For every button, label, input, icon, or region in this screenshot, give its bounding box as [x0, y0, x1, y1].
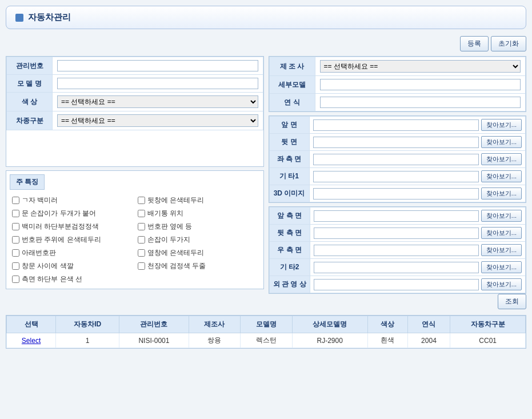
- feature-check-2[interactable]: [138, 197, 145, 204]
- value-right-side: 찾아보기...: [310, 242, 525, 259]
- other1-browse-btn[interactable]: 찾아보기...: [481, 170, 522, 182]
- img-row-left: 좌 측 면 찾아보기...: [269, 151, 526, 168]
- cartype-select[interactable]: == 선택하세요 ==: [57, 114, 258, 127]
- feature-check-3[interactable]: [12, 210, 19, 217]
- left-browse-btn[interactable]: 찾아보기...: [481, 153, 522, 165]
- feature-item-3: 문 손잡이가 두개가 붙어: [12, 207, 132, 220]
- form-row-model: 모 델 명: [7, 75, 263, 93]
- label-color: 색 상: [7, 93, 53, 111]
- front-img-input[interactable]: [313, 119, 479, 131]
- feature-check-10[interactable]: [138, 249, 145, 257]
- front-side-img-input[interactable]: [314, 210, 479, 222]
- col-color: 색상: [367, 316, 407, 333]
- bottom-toolbar: 조회: [6, 294, 526, 309]
- back-side-browse-btn[interactable]: 찾아보기...: [481, 227, 522, 239]
- feature-check-7[interactable]: [12, 236, 19, 244]
- feature-item-12: 천장에 검정색 두줄: [138, 260, 258, 272]
- mgmt-no-input[interactable]: [57, 60, 258, 71]
- value-color: == 선택하세요 ==: [53, 93, 263, 111]
- value-mgmt: [53, 57, 263, 75]
- front-side-browse-btn[interactable]: 찾아보기...: [481, 210, 522, 222]
- label-cartype: 차종구분: [7, 111, 53, 130]
- feature-check-9[interactable]: [12, 249, 19, 257]
- feature-label-2: 뒷창에 은색테두리: [147, 195, 204, 205]
- col-select: 선택: [7, 316, 56, 333]
- page-title: 자동차관리: [28, 12, 71, 23]
- feature-label-4: 배기통 위치: [147, 209, 183, 218]
- label-other1: 기 타1: [269, 168, 309, 185]
- select-link[interactable]: Select: [22, 337, 41, 345]
- results-table: 선택 자동차ID 관리번호 제조사 모델명 상세모델명 색상 연식 자동차구분 …: [6, 316, 526, 348]
- page-wrapper: 자동차관리 등록 초기화 관리번호 모 델 명: [0, 0, 532, 419]
- other2-img-input[interactable]: [314, 262, 479, 273]
- form-row-color: 색 상 == 선택하세요 ==: [7, 93, 263, 111]
- feature-label-3: 문 손잡이가 두개가 붙어: [22, 209, 96, 218]
- feature-item-2: 뒷창에 은색테두리: [138, 194, 258, 206]
- value-exterior-video: 찾아보기...: [310, 276, 525, 293]
- cell-model: 렉스턴: [241, 333, 293, 348]
- reset-button[interactable]: 초기화: [491, 36, 526, 51]
- feature-check-4[interactable]: [138, 210, 145, 217]
- feature-check-11[interactable]: [12, 262, 19, 270]
- right-side-img-input[interactable]: [314, 245, 479, 256]
- manufacturer-select[interactable]: == 선택하세요 ==: [320, 60, 521, 73]
- 3d-img-input[interactable]: [313, 188, 479, 199]
- table-row: Select 1 NISI-0001 쌍용 렉스턴 RJ-2900 흰색 200…: [7, 333, 526, 348]
- img-row-other2: 기 타2 찾아보기...: [269, 259, 526, 276]
- feature-label-10: 옆창에 은색테두리: [147, 248, 204, 258]
- label-back-side: 뒷 측 면: [269, 225, 310, 242]
- value-left: 찾아보기...: [309, 151, 526, 168]
- feature-check-12[interactable]: [138, 262, 145, 270]
- img-row-exterior-video: 외 관 영 상 찾아보기...: [269, 276, 526, 293]
- results-body: Select 1 NISI-0001 쌍용 렉스턴 RJ-2900 흰색 200…: [7, 333, 526, 348]
- cell-car-type: CC01: [450, 333, 526, 348]
- back-side-img-input[interactable]: [314, 228, 479, 239]
- feature-item-13: 측면 하단부 은색 선: [12, 273, 132, 285]
- value-front: 찾아보기...: [309, 117, 526, 134]
- value-other1: 찾아보기...: [309, 168, 526, 185]
- feature-item-10: 옆창에 은색테두리: [138, 247, 258, 259]
- col-year: 연식: [407, 316, 450, 333]
- feature-check-13[interactable]: [12, 276, 19, 283]
- feature-label-7: 번호판 주위에 은색테두리: [22, 235, 101, 245]
- value-other2: 찾아보기...: [310, 259, 525, 276]
- value-cartype: == 선택하세요 ==: [53, 111, 263, 130]
- feature-item-14: [138, 273, 258, 285]
- feature-label-9: 아래번호판: [22, 248, 56, 258]
- value-3d: 찾아보기...: [309, 185, 526, 202]
- label-mgmt: 관리번호: [7, 57, 53, 75]
- back-img-input[interactable]: [313, 137, 479, 148]
- left-img-input[interactable]: [313, 154, 479, 165]
- model-input[interactable]: [57, 78, 258, 89]
- exterior-video-input[interactable]: [314, 279, 479, 290]
- cell-mgmt-no: NISI-0001: [119, 333, 189, 348]
- year-input[interactable]: [320, 97, 521, 108]
- search-button[interactable]: 조회: [498, 294, 526, 309]
- exterior-video-browse-btn[interactable]: 찾아보기...: [481, 278, 522, 290]
- 3d-browse-btn[interactable]: 찾아보기...: [481, 187, 522, 199]
- feature-check-1[interactable]: [12, 197, 19, 204]
- feature-item-9: 아래번호판: [12, 247, 132, 259]
- images-bottom-table: 앞 측 면 찾아보기... 뒷 측 면: [269, 207, 526, 293]
- images-top: 앞 면 찾아보기... 뒷 면: [269, 115, 527, 203]
- feature-check-6[interactable]: [138, 223, 145, 230]
- other2-browse-btn[interactable]: 찾아보기...: [481, 261, 522, 273]
- color-select[interactable]: == 선택하세요 ==: [57, 95, 258, 108]
- feature-check-5[interactable]: [12, 223, 19, 230]
- value-back: 찾아보기...: [309, 134, 526, 151]
- front-browse-btn[interactable]: 찾아보기...: [481, 119, 522, 131]
- register-button[interactable]: 등록: [460, 36, 489, 51]
- label-front-side: 앞 측 면: [269, 207, 310, 225]
- form-row-mgmt: 관리번호: [7, 57, 263, 75]
- right-side-browse-btn[interactable]: 찾아보기...: [481, 244, 522, 256]
- back-browse-btn[interactable]: 찾아보기...: [481, 136, 522, 148]
- main-content: 관리번호 모 델 명 색 상: [6, 56, 526, 294]
- other1-img-input[interactable]: [313, 171, 479, 182]
- cell-year: 2004: [407, 333, 450, 348]
- features-grid: ㄱ자 백미러 뒷창에 은색테두리 문 손잡이가 두개가 붙어 배기통 위치: [10, 194, 260, 285]
- features-title: 주 특징: [10, 174, 45, 190]
- detail-model-input[interactable]: [320, 79, 521, 90]
- form-right: 제 조 사 == 선택하세요 == 세부모델: [269, 56, 527, 112]
- feature-check-8[interactable]: [138, 236, 145, 244]
- img-row-3d: 3D 이미지 찾아보기...: [269, 185, 526, 202]
